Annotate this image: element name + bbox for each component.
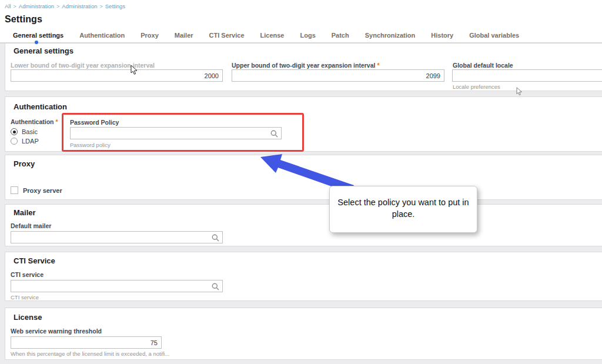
tab-history[interactable]: History bbox=[431, 32, 453, 39]
proxy-server-checkbox[interactable] bbox=[11, 186, 18, 194]
search-icon[interactable] bbox=[212, 283, 219, 290]
required-asterisk: * bbox=[56, 118, 58, 125]
breadcrumb-separator-icon: > bbox=[100, 4, 103, 9]
general-settings-heading: General settings bbox=[14, 46, 73, 55]
section-license: License Web service warning threshold Wh… bbox=[5, 308, 602, 360]
settings-tabbar: General settings Authentication Proxy Ma… bbox=[0, 31, 602, 44]
callout-tooltip-text: Select the policy you want to put in pla… bbox=[336, 196, 471, 221]
cti-service-heading: CTI Service bbox=[14, 256, 55, 265]
tab-general-settings[interactable]: General settings bbox=[13, 32, 63, 39]
section-proxy: Proxy Proxy server bbox=[5, 155, 602, 200]
default-mailer-input[interactable] bbox=[11, 232, 222, 243]
tab-patch[interactable]: Patch bbox=[332, 32, 349, 39]
required-asterisk: * bbox=[377, 62, 379, 69]
cti-service-label: CTI service bbox=[11, 271, 44, 278]
locale-helper-text: Locale preferences bbox=[453, 84, 500, 90]
password-policy-helper-text: Password policy bbox=[70, 142, 111, 148]
radio-ldap-label: LDAP bbox=[22, 138, 39, 145]
proxy-heading: Proxy bbox=[14, 159, 35, 168]
section-authentication: Authentication Authentication* Basic LDA… bbox=[5, 96, 602, 152]
default-mailer-label: Default mailer bbox=[11, 222, 51, 229]
breadcrumb-item-administration-2[interactable]: Administration bbox=[62, 3, 97, 9]
settings-page: All>Administration>Administration>Settin… bbox=[0, 0, 602, 364]
authentication-label: Authentication* bbox=[11, 118, 58, 125]
cti-service-field bbox=[11, 280, 223, 292]
web-service-warning-threshold-label: Web service warning threshold bbox=[11, 328, 102, 335]
web-service-warning-threshold-input[interactable] bbox=[11, 336, 162, 349]
password-policy-input[interactable] bbox=[71, 128, 281, 139]
upper-bound-input[interactable] bbox=[232, 69, 444, 82]
password-policy-field bbox=[70, 127, 282, 139]
tab-mailer[interactable]: Mailer bbox=[175, 32, 193, 39]
section-mailer: Mailer Default mailer bbox=[5, 204, 602, 246]
tab-logs[interactable]: Logs bbox=[300, 32, 315, 39]
password-policy-label: Password Policy bbox=[70, 119, 119, 126]
breadcrumb-separator-icon: > bbox=[14, 4, 16, 9]
global-default-locale-label: Global default locale bbox=[453, 62, 513, 69]
tab-cti-service[interactable]: CTI Service bbox=[209, 32, 245, 39]
breadcrumb-item-settings[interactable]: Settings bbox=[105, 3, 125, 9]
radio-basic[interactable]: Basic bbox=[11, 128, 38, 135]
upper-bound-label: Upper bound of two-digit year expansion … bbox=[232, 62, 380, 69]
breadcrumb-separator-icon: > bbox=[56, 4, 59, 9]
tab-license[interactable]: License bbox=[260, 32, 285, 39]
search-icon[interactable] bbox=[212, 234, 219, 242]
search-icon[interactable] bbox=[270, 130, 278, 138]
section-cti-service: CTI Service CTI service CTI service bbox=[5, 252, 602, 301]
license-helper-text: When this percentage of the licensed lim… bbox=[11, 350, 169, 357]
tab-synchronization[interactable]: Synchronization bbox=[365, 32, 416, 39]
breadcrumb: All>Administration>Administration>Settin… bbox=[5, 3, 128, 9]
radio-basic-label: Basic bbox=[22, 128, 38, 135]
global-default-locale-input[interactable] bbox=[452, 69, 602, 82]
radio-ldap[interactable]: LDAP bbox=[11, 138, 39, 145]
tab-proxy[interactable]: Proxy bbox=[141, 32, 159, 39]
default-mailer-field bbox=[11, 231, 223, 243]
page-title: Settings bbox=[5, 14, 42, 25]
proxy-server-label[interactable]: Proxy server bbox=[23, 187, 62, 194]
radio-basic-control[interactable] bbox=[11, 128, 18, 135]
mailer-heading: Mailer bbox=[14, 208, 36, 217]
breadcrumb-item-administration-1[interactable]: Administration bbox=[19, 3, 54, 9]
active-tab-indicator-dot bbox=[35, 41, 38, 44]
tab-global-variables[interactable]: Global variables bbox=[469, 32, 519, 39]
license-heading: License bbox=[14, 313, 42, 322]
breadcrumb-item-all[interactable]: All bbox=[5, 3, 11, 9]
authentication-heading: Authentication bbox=[14, 102, 67, 111]
radio-ldap-control[interactable] bbox=[11, 138, 18, 145]
callout-tooltip: Select the policy you want to put in pla… bbox=[329, 186, 477, 233]
cti-service-input[interactable] bbox=[11, 280, 222, 292]
lower-bound-label: Lower bound of two-digit year expansion … bbox=[11, 62, 155, 69]
cti-service-helper-text: CTI service bbox=[11, 294, 39, 300]
section-general-settings: General settings Lower bound of two-digi… bbox=[5, 44, 602, 91]
lower-bound-input[interactable] bbox=[11, 69, 223, 82]
tab-authentication[interactable]: Authentication bbox=[79, 32, 125, 39]
